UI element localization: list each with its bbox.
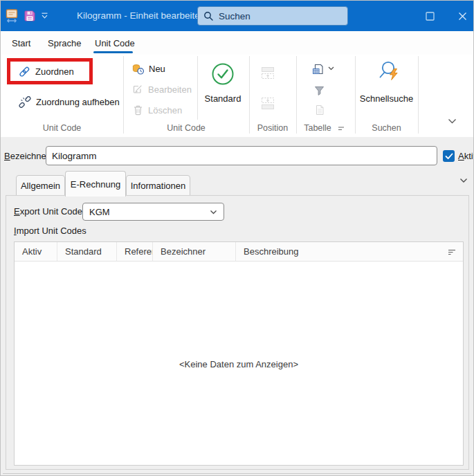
move-down-icon [259,97,276,110]
new-record-icon [132,63,144,75]
group-label-unit-code-1: Unit Code [1,123,123,134]
standard-button[interactable]: Standard [192,93,254,104]
group-dialog-launcher-icon[interactable] [338,126,345,131]
loeschen-button: Löschen [133,102,182,118]
bezeichner-input[interactable] [46,146,437,165]
save-icon[interactable] [24,10,36,22]
group-separator [296,56,297,134]
edit-unit-dialog: Kilogramm - Einheit bearbeiten Start Spr… [0,0,474,476]
export-unit-code-value: KGM [89,207,110,217]
title-bar: Kilogramm - Einheit bearbeiten [1,1,473,31]
ribbon-tab-sprache[interactable]: Sprache [48,38,81,48]
column-header-standard[interactable]: Standard [57,242,117,261]
ribbon-search-box[interactable] [197,6,348,26]
app-icon [5,8,19,24]
tab-e-rechnung[interactable]: E-Rechnung [65,171,126,196]
zuordnung-aufheben-button[interactable]: Zuordnung aufheben [19,94,120,109]
group-label-position: Position [249,123,296,134]
column-header-beschreibung[interactable]: Beschreibung [236,242,463,261]
table-view-button[interactable] [312,62,324,77]
group-separator [418,56,419,134]
edit-pencil-icon [132,84,143,95]
move-up-icon [259,66,276,80]
grid-empty-text: <Keine Daten zum Anzeigen> [15,359,463,369]
import-unit-codes-grid: Aktiv Standard Referenz Bezeichner Besch… [14,241,464,466]
column-chooser-icon[interactable] [448,249,456,255]
table-icon [312,64,324,75]
link-icon [19,66,30,77]
zuordnen-button[interactable]: Zuordnen [19,64,74,79]
tab-overflow-chevron-icon[interactable] [459,178,468,183]
table-dropdown-chevron-icon[interactable] [328,66,334,71]
neu-button[interactable]: Neu [132,61,165,76]
tab-allgemein[interactable]: Allgemein [16,175,65,196]
bearbeiten-button: Bearbeiten [132,82,192,97]
quick-search-icon[interactable] [379,60,402,86]
export-unit-code-label: Export Unit Code [14,206,82,217]
ribbon-collapse-chevron-icon[interactable] [448,118,457,124]
move-up-button [259,65,276,80]
group-separator [197,56,198,120]
search-icon [203,11,214,21]
ribbon-tab-start[interactable]: Start [12,38,30,48]
document-icon [315,104,325,116]
quick-access-chevron-icon[interactable] [41,12,48,19]
combo-chevron-icon [210,210,217,214]
move-down-button [259,95,276,111]
aktiv-label: Aktiv [458,151,474,161]
broken-link-icon [19,96,31,108]
group-label-tabelle: Tabelle [296,123,339,134]
filter-button[interactable] [314,83,325,98]
e-rechnung-panel: Export Unit Code KGM Import Unit Codes A… [6,195,469,470]
window-title: Kilogramm - Einheit bearbeiten [77,10,205,21]
trash-icon [133,104,143,116]
window-bottom-border [3,473,471,474]
bezeichner-label: Bezeichner [4,151,49,161]
group-separator [123,56,124,134]
ribbon: Start Sprache Unit Code [1,31,473,137]
ribbon-tab-unit-code[interactable]: Unit Code [95,38,135,48]
maximize-button[interactable] [414,1,445,31]
tab-informationen[interactable]: Informationen [126,175,190,196]
import-unit-codes-label: Import Unit Codes [14,226,86,236]
column-header-aktiv[interactable]: Aktiv [15,242,57,261]
filter-icon [314,86,325,96]
aktiv-checkbox[interactable] [443,150,455,162]
standard-check-icon[interactable] [211,62,235,86]
export-unit-code-select[interactable]: KGM [82,203,224,221]
schnellsuche-button[interactable]: Schnellsuche [355,93,418,104]
search-input[interactable] [217,10,331,22]
check-icon [445,153,453,160]
ribbon-body: Zuordnen Zuordnung aufheben Unit Code [1,55,473,137]
close-button[interactable] [447,1,474,31]
layout-button [315,102,325,118]
grid-header-row: Aktiv Standard Referenz Bezeichner Besch… [15,242,463,262]
group-label-unit-code-2: Unit Code [123,123,249,134]
column-header-referenz[interactable]: Referenz [117,242,153,261]
column-header-bezeichner[interactable]: Bezeichner [153,242,236,261]
active-tab-underline [93,51,133,53]
group-label-suchen: Suchen [355,123,418,134]
